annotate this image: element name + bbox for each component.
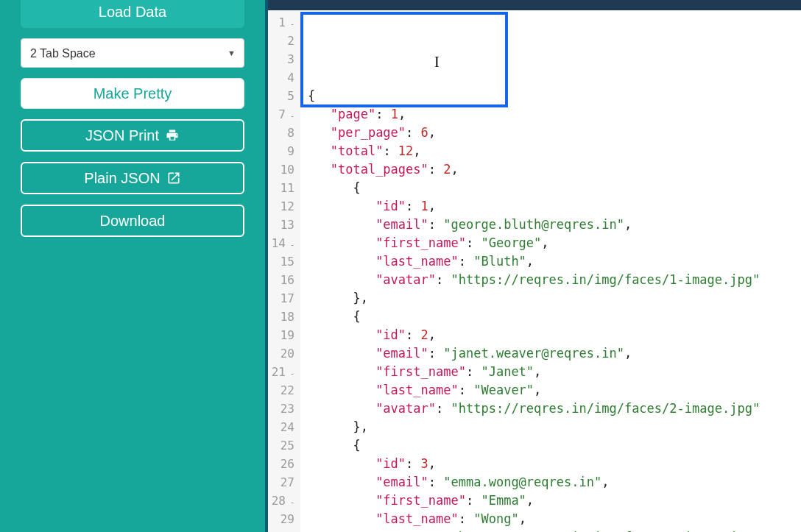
line-number: 17	[268, 289, 294, 308]
code-line: "avatar": "https://reqres.in/img/faces/3…	[308, 528, 801, 532]
line-number: 25	[268, 436, 294, 455]
sidebar: Load Data 2 Tab Space ▼ Make Pretty JSON…	[0, 0, 265, 532]
code-line: "id": 1,	[308, 197, 801, 216]
json-print-button[interactable]: JSON Print	[21, 119, 244, 152]
line-number: 9	[268, 142, 294, 160]
line-number: 4	[268, 68, 294, 87]
tab-space-select[interactable]: 2 Tab Space	[21, 38, 244, 68]
code-editor: 1 -23457 -891011121314 -15161718192021 -…	[265, 0, 801, 532]
code-area[interactable]: 1 -23457 -891011121314 -15161718192021 -…	[268, 10, 801, 532]
line-number: 23	[268, 400, 294, 418]
make-pretty-label: Make Pretty	[93, 85, 172, 102]
code-line: {	[308, 308, 801, 326]
code-line: "last_name": "Weaver",	[308, 381, 801, 400]
external-link-icon	[166, 171, 181, 185]
code-line: {	[308, 87, 801, 105]
code-line: "avatar": "https://reqres.in/img/faces/1…	[308, 271, 801, 289]
code-line: "email": "janet.weaver@reqres.in",	[308, 344, 801, 363]
line-number: 14 -	[268, 234, 294, 252]
code-line: },	[308, 418, 801, 436]
line-number: 15	[268, 252, 294, 271]
code-line: "first_name": "Emma",	[308, 492, 801, 510]
code-line: "first_name": "Janet",	[308, 363, 801, 381]
download-button[interactable]: Download	[21, 205, 244, 237]
line-number: 11	[268, 179, 294, 197]
code-content: I { "page": 1, "per_page": 6, "total": 1…	[300, 10, 801, 532]
code-line: {	[308, 179, 801, 197]
print-icon	[165, 128, 180, 143]
tab-space-select-wrap: 2 Tab Space ▼	[21, 38, 244, 68]
plain-json-label: Plain JSON	[84, 170, 160, 187]
line-number: 2	[268, 32, 294, 50]
line-number: 24	[268, 418, 294, 436]
code-line: "avatar": "https://reqres.in/img/faces/2…	[308, 400, 801, 418]
make-pretty-button[interactable]: Make Pretty	[21, 78, 244, 109]
line-number: 21 -	[268, 363, 294, 381]
line-number: 7 -	[268, 105, 294, 124]
line-number: 8	[268, 124, 294, 142]
code-line: "per_page": 6,	[308, 124, 801, 142]
line-number: 26	[268, 455, 294, 473]
code-line: "last_name": "Wong",	[308, 510, 801, 528]
line-number: 27	[268, 473, 294, 492]
text-cursor-icon: I	[434, 53, 440, 71]
code-line: "last_name": "Bluth",	[308, 252, 801, 271]
line-number: 1 -	[268, 13, 294, 32]
line-number: 18	[268, 308, 294, 326]
line-number-gutter: 1 -23457 -891011121314 -15161718192021 -…	[268, 10, 300, 532]
code-line: "email": "george.bluth@reqres.in",	[308, 216, 801, 234]
plain-json-button[interactable]: Plain JSON	[21, 162, 244, 194]
line-number: 13	[268, 216, 294, 234]
code-line: {	[308, 436, 801, 455]
line-number: 22	[268, 381, 294, 400]
code-line: "first_name": "George",	[308, 234, 801, 252]
line-number: 5	[268, 87, 294, 105]
line-number: 10	[268, 160, 294, 179]
line-number: 12	[268, 197, 294, 216]
json-print-label: JSON Print	[85, 127, 159, 144]
load-data-label: Load Data	[99, 4, 166, 21]
line-number: 19	[268, 326, 294, 344]
code-line: "email": "emma.wong@reqres.in",	[308, 473, 801, 492]
line-number: 3	[268, 50, 294, 68]
code-line: "total_pages": 2,	[308, 160, 801, 179]
line-number: 30	[268, 528, 294, 532]
line-number: 28 -	[268, 492, 294, 510]
code-line: },	[308, 289, 801, 308]
line-number: 29	[268, 510, 294, 528]
code-line: "total": 12,	[308, 142, 801, 160]
line-number: 16	[268, 271, 294, 289]
download-label: Download	[100, 213, 166, 230]
load-data-button[interactable]: Load Data	[21, 0, 244, 28]
line-number: 20	[268, 344, 294, 363]
code-line: "id": 3,	[308, 455, 801, 473]
code-line: "id": 2,	[308, 326, 801, 344]
code-line: "page": 1,	[308, 105, 801, 124]
editor-toolbar	[268, 0, 801, 10]
